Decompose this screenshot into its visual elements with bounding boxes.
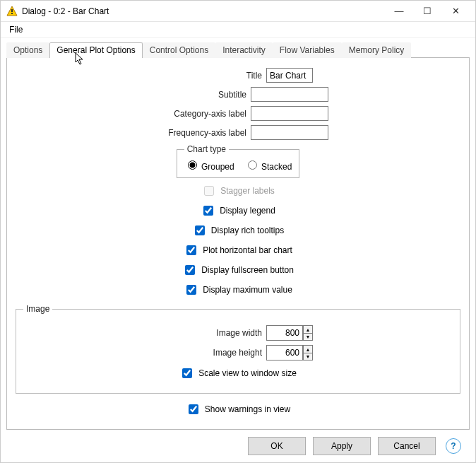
- tab-general-plot-options[interactable]: General Plot Options: [49, 42, 142, 58]
- rich-tooltips-checkbox[interactable]: [195, 225, 205, 235]
- fullscreen-button-checkbox[interactable]: [185, 265, 195, 275]
- subtitle-input[interactable]: [251, 87, 328, 102]
- window-title: Dialog - 0:2 - Bar Chart: [22, 6, 109, 16]
- fullscreen-button-label: Display fullscreen button: [201, 265, 294, 275]
- height-down-button[interactable]: ▼: [303, 353, 313, 361]
- app-icon: [6, 6, 18, 17]
- tab-interactivity[interactable]: Interactivity: [215, 42, 273, 58]
- max-value-label: Display maximum value: [203, 285, 292, 295]
- titlebar: Dialog - 0:2 - Bar Chart — ☐ ✕: [1, 1, 475, 22]
- image-width-label: Image width: [163, 328, 262, 338]
- image-height-label: Image height: [163, 348, 262, 358]
- show-warnings-label: Show warnings in view: [205, 404, 290, 414]
- chart-type-legend: Chart type: [184, 144, 229, 154]
- menu-file[interactable]: File: [6, 23, 25, 36]
- radio-stacked[interactable]: Stacked: [244, 158, 292, 172]
- width-down-button[interactable]: ▼: [303, 333, 313, 341]
- stagger-labels-label: Stagger labels: [220, 186, 275, 196]
- apply-button[interactable]: Apply: [313, 437, 371, 455]
- title-input[interactable]: [266, 68, 313, 83]
- frequency-axis-input[interactable]: [251, 125, 328, 140]
- title-label: Title: [163, 71, 262, 81]
- tab-options[interactable]: Options: [6, 42, 49, 58]
- image-legend: Image: [23, 304, 52, 314]
- radio-grouped[interactable]: Grouped: [184, 158, 234, 172]
- display-legend-checkbox[interactable]: [203, 206, 213, 216]
- tabs: Options General Plot Options Control Opt…: [6, 42, 470, 58]
- svg-rect-2: [11, 13, 13, 14]
- image-height-spinner[interactable]: ▲▼: [266, 345, 313, 361]
- rich-tooltips-label: Display rich tooltips: [211, 225, 284, 235]
- category-axis-label: Category-axis label: [148, 109, 246, 119]
- panel-general-plot-options: Title Subtitle Category-axis label Frequ…: [6, 57, 470, 430]
- display-legend-label: Display legend: [220, 206, 275, 216]
- horizontal-bar-checkbox[interactable]: [186, 245, 196, 255]
- maximize-button[interactable]: ☐: [413, 1, 441, 22]
- image-height-input[interactable]: [266, 345, 303, 361]
- category-axis-input[interactable]: [251, 106, 328, 121]
- help-button[interactable]: ?: [446, 438, 461, 454]
- minimize-button[interactable]: —: [385, 1, 413, 22]
- image-width-spinner[interactable]: ▲▼: [266, 325, 313, 341]
- horizontal-bar-label: Plot horizontal bar chart: [203, 245, 292, 255]
- scale-view-label: Scale view to window size: [198, 368, 297, 378]
- menubar: File: [1, 22, 475, 38]
- image-group: Image Image width ▲▼ Image height ▲▼ Sca…: [16, 304, 460, 394]
- image-width-input[interactable]: [266, 325, 303, 341]
- tab-control-options[interactable]: Control Options: [143, 42, 215, 58]
- frequency-axis-label: Frequency-axis label: [148, 128, 246, 138]
- width-up-button[interactable]: ▲: [303, 325, 313, 333]
- cancel-button[interactable]: Cancel: [378, 437, 436, 455]
- svg-rect-1: [11, 9, 13, 12]
- dialog-actions: OK Apply Cancel ?: [6, 430, 470, 462]
- height-up-button[interactable]: ▲: [303, 345, 313, 353]
- tab-flow-variables[interactable]: Flow Variables: [273, 42, 342, 58]
- max-value-checkbox[interactable]: [186, 285, 196, 295]
- scale-view-checkbox[interactable]: [182, 368, 192, 378]
- tab-memory-policy[interactable]: Memory Policy: [342, 42, 412, 58]
- show-warnings-checkbox[interactable]: [189, 404, 198, 414]
- stagger-labels-checkbox: [204, 186, 214, 196]
- ok-button[interactable]: OK: [248, 437, 306, 455]
- subtitle-label: Subtitle: [148, 90, 246, 100]
- close-button[interactable]: ✕: [441, 1, 470, 22]
- chart-type-group: Chart type Grouped Stacked: [177, 144, 300, 178]
